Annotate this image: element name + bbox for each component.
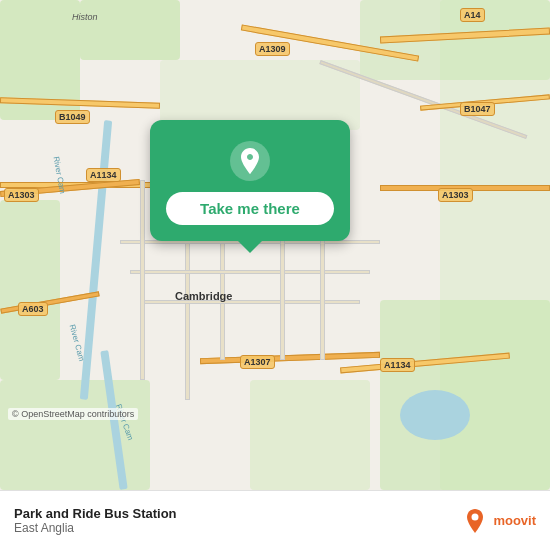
location-name: Park and Ride Bus Station [14,506,177,521]
moovit-pin-icon [461,507,489,535]
a1307-label: A1307 [240,355,275,369]
moovit-logo: moovit [461,507,536,535]
a1303-left-label: A1303 [4,188,39,202]
secondary-road-h2 [130,270,370,274]
histon-label: Histon [72,12,98,22]
green-area [250,380,370,490]
tooltip-card: Take me there [150,120,350,241]
svg-point-1 [472,513,479,520]
b1049-label: B1049 [55,110,90,124]
water-body [400,390,470,440]
moovit-text: moovit [493,513,536,528]
a14-label: A14 [460,8,485,22]
a1309-label: A1309 [255,42,290,56]
copyright-text: © OpenStreetMap contributors [8,408,138,420]
map-container: A14 B1049 B1047 A1309 A1134 A1303 A1303 … [0,0,550,490]
bottom-bar: Park and Ride Bus Station East Anglia mo… [0,490,550,550]
a1303-right-label: A1303 [438,188,473,202]
take-me-there-button[interactable]: Take me there [166,192,334,225]
green-area [80,0,180,60]
a1134-top-label: A1134 [86,168,121,182]
secondary-road-h3 [140,300,360,304]
green-area [0,200,60,380]
a1307-road [200,352,380,364]
location-region: East Anglia [14,521,177,535]
a603-label: A603 [18,302,48,316]
cambridge-label: Cambridge [175,290,232,302]
a1134-bottom-label: A1134 [380,358,415,372]
river-cam-label-2: River Cam [68,323,86,362]
secondary-road-v3 [140,180,145,380]
location-pin-icon [229,140,271,182]
location-info: Park and Ride Bus Station East Anglia [14,506,177,535]
b1047-label: B1047 [460,102,495,116]
